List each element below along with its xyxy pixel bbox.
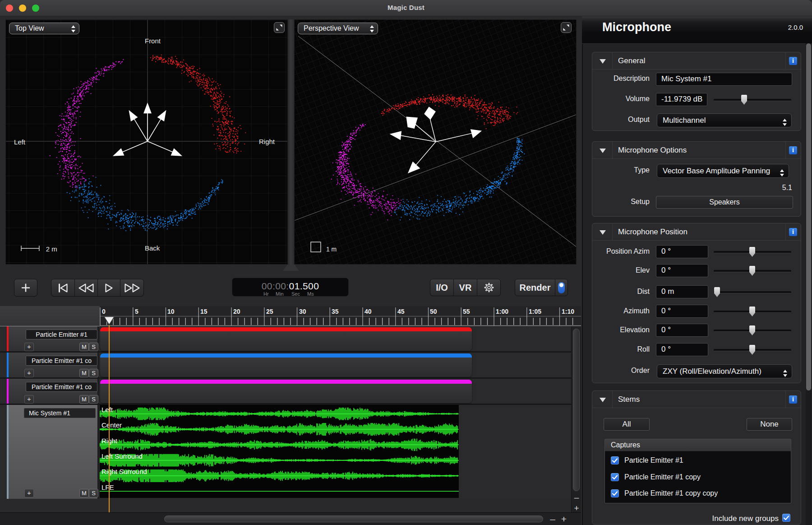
svg-text:Right: Right xyxy=(259,138,275,145)
svg-text:Left: Left xyxy=(102,406,113,413)
svg-text:50: 50 xyxy=(430,308,437,315)
svg-text:Center: Center xyxy=(102,421,122,429)
svg-text:45: 45 xyxy=(397,308,405,315)
svg-text:Front: Front xyxy=(145,37,161,45)
svg-text:20: 20 xyxy=(233,308,240,315)
svg-text:LFE: LFE xyxy=(102,483,114,491)
svg-text:Back: Back xyxy=(145,244,160,252)
svg-text:30: 30 xyxy=(299,308,306,315)
svg-text:40: 40 xyxy=(364,308,372,315)
svg-text:10: 10 xyxy=(167,308,175,315)
svg-text:Left: Left xyxy=(14,138,26,146)
svg-text:55: 55 xyxy=(463,308,470,315)
svg-text:1 m: 1 m xyxy=(326,246,337,253)
svg-text:15: 15 xyxy=(200,308,208,315)
svg-text:1:00: 1:00 xyxy=(496,308,508,315)
svg-text:25: 25 xyxy=(266,308,273,315)
svg-text:0: 0 xyxy=(102,308,106,315)
svg-text:Left Surround: Left Surround xyxy=(102,452,143,460)
svg-text:2 m: 2 m xyxy=(46,245,57,253)
svg-text:35: 35 xyxy=(332,308,339,315)
svg-text:1:05: 1:05 xyxy=(529,308,541,315)
svg-text:5: 5 xyxy=(135,308,138,315)
